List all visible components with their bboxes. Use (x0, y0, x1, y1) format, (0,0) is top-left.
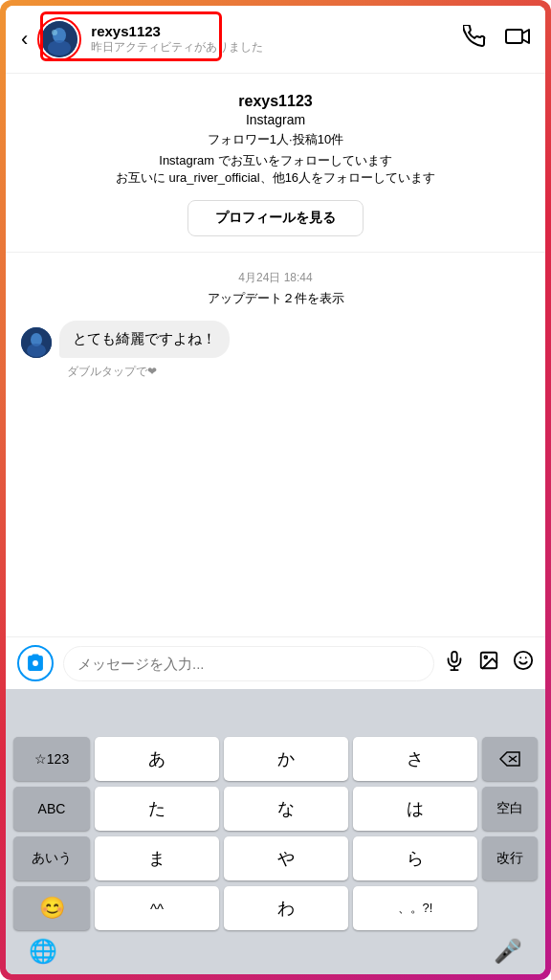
key-row-3: あいう ま や ら 改行 (10, 836, 541, 880)
delete-key[interactable] (482, 737, 538, 781)
key-a[interactable]: あ (95, 737, 219, 781)
keyboard-mic-icon[interactable]: 🎤 (494, 938, 522, 965)
svg-point-8 (27, 344, 46, 357)
sticker-input-icon[interactable] (513, 650, 534, 677)
key-ya[interactable]: や (224, 836, 348, 880)
doubletap-hint: ダブルタップで❤ (67, 364, 530, 380)
keyboard-rows: ☆123 あ か さ ABC た な (10, 737, 541, 930)
message-row: とても綺麗ですよね！ (21, 321, 530, 358)
svg-point-14 (515, 652, 532, 669)
keyboard-bottom-bar: 🌐 🎤 (10, 930, 541, 970)
key-row-2: ABC た な は 空白 (10, 787, 541, 831)
svg-marker-5 (522, 30, 529, 43)
image-input-icon[interactable] (478, 650, 499, 677)
header-activity-status: 昨日アクティビティがありました (91, 39, 463, 56)
updates-link[interactable]: アップデート２件を表示 (21, 290, 530, 307)
input-action-icons (444, 650, 534, 677)
mic-input-icon[interactable] (444, 650, 465, 677)
call-icon[interactable] (463, 25, 486, 54)
key-space[interactable]: 空白 (482, 787, 538, 831)
svg-point-3 (52, 30, 57, 35)
header-username: rexys1123 (91, 23, 463, 39)
camera-button[interactable] (17, 645, 54, 681)
video-call-icon[interactable] (505, 26, 530, 53)
view-profile-button[interactable]: プロフィールを見る (187, 200, 364, 236)
header-user-info[interactable]: rexys1123 昨日アクティビティがありました (91, 23, 463, 56)
key-abc[interactable]: ABC (13, 787, 90, 831)
key-punctuation[interactable]: 、。?! (353, 886, 477, 930)
chat-header: ‹ rexys1123 昨日アクティビティがありました (6, 6, 545, 74)
svg-point-13 (484, 656, 487, 658)
key-row-4: 😊 ^^ わ 、。?! (10, 886, 541, 930)
svg-rect-9 (452, 652, 457, 662)
key-return[interactable]: 改行 (482, 836, 538, 880)
key-sa[interactable]: さ (353, 737, 477, 781)
message-text-input[interactable] (63, 646, 434, 681)
key-na[interactable]: な (224, 787, 348, 831)
profile-info-section: rexys1123 Instagram フォロワー1人·投稿10件 Instag… (6, 74, 545, 253)
keyboard-globe-icon[interactable]: 🌐 (29, 938, 57, 965)
key-ka[interactable]: か (224, 737, 348, 781)
profile-mutual-follow: Instagram でお互いをフォローしています お互いに ura_river_… (21, 152, 530, 187)
sender-avatar (21, 327, 52, 358)
key-emoticon[interactable]: ^^ (95, 886, 219, 930)
message-input-bar (6, 636, 545, 689)
key-num-symbol[interactable]: ☆123 (13, 737, 90, 781)
keyboard: ☆123 あ か さ ABC た な (6, 689, 545, 974)
header-avatar (41, 21, 77, 57)
back-button[interactable]: ‹ (21, 27, 28, 52)
chat-messages-area: 4月24日 18:44 アップデート２件を表示 とても綺麗ですよね！ ダブルタッ… (6, 253, 545, 636)
svg-point-2 (48, 40, 71, 56)
svg-rect-4 (506, 30, 522, 43)
profile-username: rexys1123 (21, 93, 530, 110)
profile-stats: フォロワー1人·投稿10件 (21, 131, 530, 148)
header-action-icons (463, 25, 530, 54)
key-ha[interactable]: は (353, 787, 477, 831)
key-hiragana[interactable]: あいう (13, 836, 90, 880)
header-avatar-container[interactable] (37, 17, 81, 61)
keyboard-suggestions-bar (10, 697, 541, 731)
message-timestamp: 4月24日 18:44 (21, 270, 530, 286)
key-wa[interactable]: わ (224, 886, 348, 930)
key-row-1: ☆123 あ か さ (10, 737, 541, 781)
profile-platform: Instagram (21, 112, 530, 127)
key-ma[interactable]: ま (95, 836, 219, 880)
key-ta[interactable]: た (95, 787, 219, 831)
key-spacer (482, 886, 538, 930)
key-ra[interactable]: ら (353, 836, 477, 880)
key-emoji[interactable]: 😊 (13, 886, 90, 930)
message-bubble[interactable]: とても綺麗ですよね！ (59, 321, 230, 358)
